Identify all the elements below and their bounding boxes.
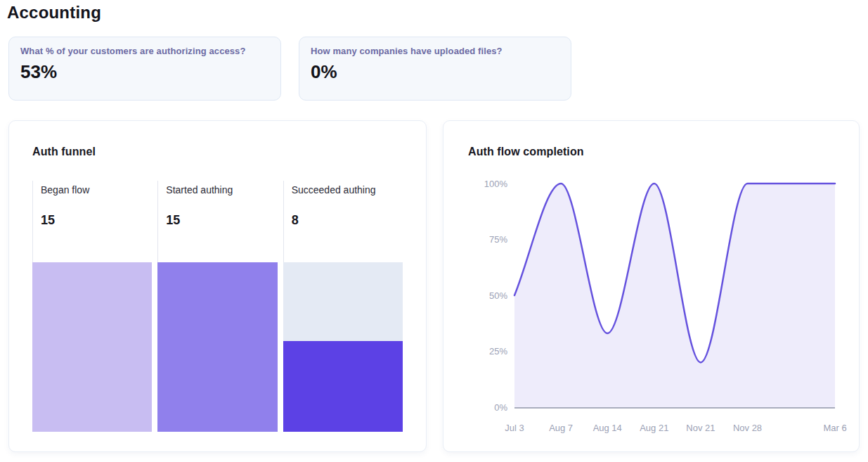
funnel-step-label: Succeeded authing	[292, 184, 403, 195]
funnel-step-value: 15	[166, 213, 277, 228]
x-tick-label: Aug 21	[640, 423, 668, 433]
page-title: Accounting	[7, 3, 101, 23]
funnel-bar-track	[157, 262, 277, 432]
stat-card-uploaded-files: How many companies have uploaded files? …	[299, 37, 571, 101]
x-tick-label: Nov 21	[686, 423, 715, 433]
x-tick-label: Nov 28	[733, 423, 762, 433]
funnel-bar-track	[283, 262, 403, 432]
stat-value: 53%	[20, 61, 269, 83]
x-tick-label: Aug 14	[593, 423, 622, 433]
auth-funnel-card: Auth funnel Began flow 15 Started authin…	[8, 120, 427, 452]
x-tick-label: Mar 6	[823, 423, 846, 433]
funnel-step-header: Began flow 15	[32, 181, 152, 262]
funnel-bar	[32, 262, 152, 432]
funnel-bar-track	[32, 262, 152, 432]
funnel-step-value: 15	[41, 213, 152, 228]
auth-funnel-chart: Began flow 15 Started authing 15 Succeed…	[32, 181, 403, 432]
funnel-step-header: Started authing 15	[157, 181, 277, 262]
stat-card-authorizing-access: What % of your customers are authorizing…	[8, 37, 281, 101]
stat-question: How many companies have uploaded files?	[311, 46, 559, 56]
x-tick-label: Aug 7	[549, 423, 573, 433]
funnel-step-label: Began flow	[41, 184, 152, 195]
auth-flow-completion-chart: 100%75%50%25%0%Jul 3Aug 7Aug 14Aug 21Nov…	[443, 121, 860, 453]
funnel-bar	[157, 262, 277, 432]
y-tick-label: 75%	[489, 234, 507, 245]
y-tick-label: 100%	[484, 179, 508, 189]
y-tick-label: 25%	[489, 346, 507, 357]
funnel-bar	[283, 341, 403, 432]
funnel-step-label: Started authing	[166, 184, 277, 195]
x-tick-label: Jul 3	[505, 423, 524, 433]
y-tick-label: 50%	[489, 290, 507, 301]
funnel-step-succeeded-authing: Succeeded authing 8	[283, 181, 403, 432]
funnel-step-header: Succeeded authing 8	[283, 181, 403, 262]
funnel-step-started-authing: Started authing 15	[157, 181, 277, 432]
funnel-step-began-flow: Began flow 15	[32, 181, 152, 432]
funnel-step-value: 8	[292, 213, 403, 228]
y-tick-label: 0%	[494, 402, 507, 413]
auth-flow-completion-card: 100%75%50%25%0%Jul 3Aug 7Aug 14Aug 21Nov…	[443, 120, 860, 452]
stat-value: 0%	[311, 61, 559, 83]
stat-question: What % of your customers are authorizing…	[20, 46, 269, 56]
auth-funnel-title: Auth funnel	[32, 146, 96, 158]
auth-flow-completion-title: Auth flow completion	[468, 146, 584, 158]
completion-area-fill	[514, 184, 835, 407]
